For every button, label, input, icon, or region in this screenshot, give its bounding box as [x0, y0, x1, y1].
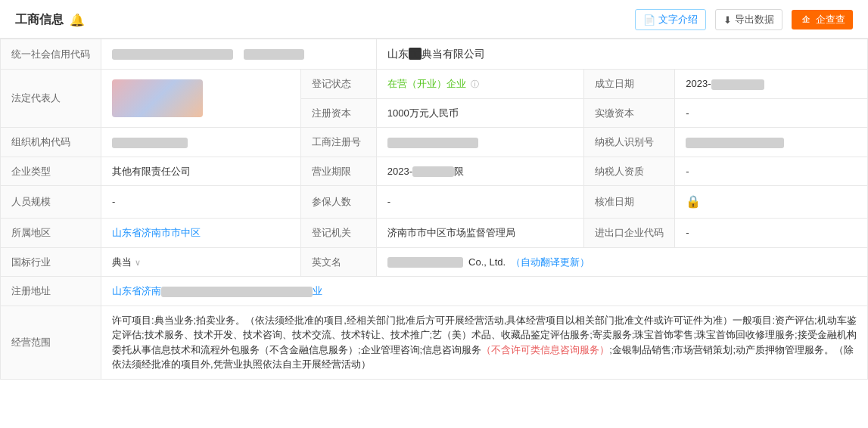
english-name-label: 英文名 — [300, 247, 376, 277]
reg-address-link[interactable]: 山东省济南 业 — [112, 285, 322, 296]
reg-status-label: 登记状态 — [300, 70, 376, 99]
insured-count-value: - — [376, 186, 583, 219]
approved-date-value: 🔒 — [675, 186, 868, 219]
region-link[interactable]: 山东省济南市市中区 — [112, 227, 201, 238]
paid-capital-label: 实缴资本 — [584, 98, 675, 128]
biz-type-value: 其他有限责任公司 — [101, 157, 301, 186]
page-header: 工商信息 🔔 📄 文字介绍 ⬇ 导出数据 企 企查查 — [0, 0, 868, 39]
taxpayer-qual-value: - — [675, 157, 868, 186]
main-container: 工商信息 🔔 📄 文字介绍 ⬇ 导出数据 企 企查查 统一社会信 — [0, 0, 868, 428]
table-row: 经营范围 许可项目:典当业务;拍卖业务。（依法须经批准的项目,经相关部门批准后方… — [1, 305, 868, 379]
export-data-button[interactable]: ⬇ 导出数据 — [715, 9, 782, 30]
import-export-value: - — [675, 219, 868, 248]
staff-size-value: - — [101, 186, 301, 219]
company-name: 山东■■典当有限公司 — [387, 48, 485, 60]
reg-authority-label: 登记机关 — [300, 219, 376, 248]
table-row: 国标行业 典当 ∨ 英文名 Co., Ltd. （自动翻译更新） — [1, 247, 868, 277]
industry-label: 国标行业 — [1, 247, 101, 277]
reg-capital-value: 1000万元人民币 — [376, 98, 583, 128]
credit-code-label: 统一社会信用代码 — [11, 48, 90, 60]
blurred-value — [112, 138, 188, 148]
document-icon: 📄 — [643, 14, 655, 26]
reg-address-label: 注册地址 — [1, 277, 101, 306]
business-info-table: 统一社会信用代码 山东■■典当有限公司 法定代表人 登记状态 在营（开业）企业 … — [0, 39, 868, 380]
text-intro-label: 文字介绍 — [658, 13, 698, 26]
qcc-icon-label: 企 — [802, 14, 810, 25]
tax-id-label: 纳税人识别号 — [584, 128, 675, 157]
blurred-value — [686, 138, 784, 148]
qcc-logo-icon: 企 — [799, 13, 813, 26]
blurred-address — [161, 287, 313, 297]
export-label: 导出数据 — [735, 13, 774, 26]
reg-capital-label: 注册资本 — [300, 98, 376, 128]
import-export-label: 进出口企业代码 — [584, 219, 675, 248]
qcc-button-label: 企查查 — [816, 13, 845, 26]
english-name-value: Co., Ltd. （自动翻译更新） — [376, 247, 867, 277]
biz-reg-label: 工商注册号 — [300, 128, 376, 157]
download-icon: ⬇ — [723, 14, 732, 26]
region-label: 所属地区 — [1, 219, 101, 248]
auto-translate: （自动翻译更新） — [511, 256, 590, 268]
reg-authority-value: 济南市市中区市场监督管理局 — [376, 219, 583, 248]
reg-status-value: 在营（开业）企业 ⓘ — [376, 70, 583, 99]
reg-address-value: 山东省济南 业 — [101, 277, 868, 306]
lock-icon[interactable]: 🔒 — [686, 195, 701, 208]
table-row: 人员规模 - 参保人数 - 核准日期 🔒 — [1, 186, 868, 219]
header-right: 📄 文字介绍 ⬇ 导出数据 企 企查查 — [635, 9, 853, 30]
blurred-value — [387, 138, 478, 148]
status-open: 在营（开业）企业 — [387, 78, 466, 89]
restricted-info: （不含许可类信息咨询服务） — [481, 344, 609, 355]
company-name-cell: 山东■■典当有限公司 — [376, 39, 867, 70]
insured-count-label: 参保人数 — [300, 186, 376, 219]
blurred-value — [412, 166, 454, 177]
establish-date-label: 成立日期 — [584, 70, 675, 99]
table-row: 企业类型 其他有限责任公司 营业期限 2023- 限 纳税人资质 - — [1, 157, 868, 186]
paid-capital-value: - — [675, 98, 868, 128]
taxpayer-qual-label: 纳税人资质 — [584, 157, 675, 186]
table-row: 所属地区 山东省济南市市中区 登记机关 济南市市中区市场监督管理局 进出口企业代… — [1, 219, 868, 248]
bell-icon[interactable]: 🔔 — [70, 13, 85, 27]
legal-rep-label: 法定代表人 — [1, 70, 101, 128]
table-row: 组织机构代码 工商注册号 纳税人识别号 — [1, 128, 868, 157]
region-value: 山东省济南市市中区 — [101, 219, 301, 248]
blurred-value — [387, 257, 463, 268]
biz-term-label: 营业期限 — [300, 157, 376, 186]
industry-value: 典当 ∨ — [101, 247, 301, 277]
biz-scope-label: 经营范围 — [1, 305, 101, 379]
legal-rep-image-cell — [101, 70, 301, 128]
label-cell: 统一社会信用代码 — [1, 39, 101, 70]
biz-term-value: 2023- 限 — [376, 157, 583, 186]
blurred-value — [112, 49, 233, 60]
header-left: 工商信息 🔔 — [15, 12, 85, 28]
org-code-label: 组织机构代码 — [1, 128, 101, 157]
blurred-date — [711, 79, 764, 90]
biz-scope-value: 许可项目:典当业务;拍卖业务。（依法须经批准的项目,经相关部门批准后方可开展经营… — [101, 305, 868, 379]
biz-type-label: 企业类型 — [1, 157, 101, 186]
page-title: 工商信息 — [15, 12, 64, 28]
info-icon[interactable]: ⓘ — [471, 79, 479, 88]
table-row: 法定代表人 登记状态 在营（开业）企业 ⓘ 成立日期 2023- — [1, 70, 868, 99]
blurred-value — [244, 49, 304, 60]
credit-code-value — [101, 39, 377, 70]
legal-rep-image — [112, 79, 203, 117]
biz-reg-value — [376, 128, 583, 157]
chevron-down-icon[interactable]: ∨ — [135, 258, 141, 267]
tax-id-value — [675, 128, 868, 157]
table-row: 统一社会信用代码 山东■■典当有限公司 — [1, 39, 868, 70]
approved-date-label: 核准日期 — [584, 186, 675, 219]
org-code-value — [101, 128, 301, 157]
qichacha-button[interactable]: 企 企查查 — [792, 10, 853, 29]
table-row: 注册地址 山东省济南 业 — [1, 277, 868, 306]
establish-date-value: 2023- — [675, 70, 868, 99]
staff-size-label: 人员规模 — [1, 186, 101, 219]
text-intro-button[interactable]: 📄 文字介绍 — [635, 9, 706, 30]
